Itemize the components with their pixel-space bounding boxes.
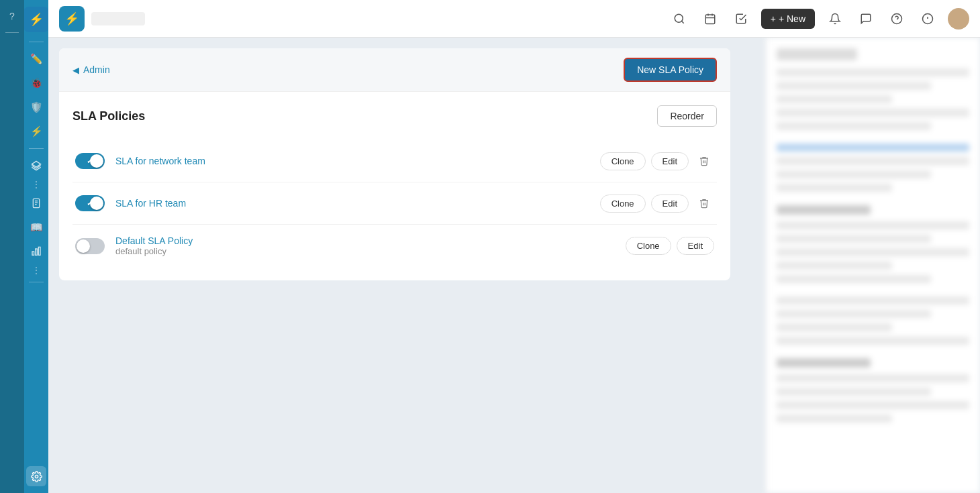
toggle-knob [77, 239, 90, 253]
right-panel [765, 38, 980, 493]
info-button[interactable] [917, 8, 938, 30]
top-header: ⚡ + + New [48, 0, 980, 38]
toggle-check-icon: ✓ [87, 199, 93, 208]
far-sidebar: ? [0, 0, 24, 493]
policy-2-edit-button[interactable]: Edit [651, 195, 689, 213]
new-sla-policy-button[interactable]: New SLA Policy [624, 58, 717, 82]
breadcrumb-parent[interactable]: Admin [83, 64, 110, 75]
sla-policy-item: Default SLA Policy default policy Clone … [72, 225, 717, 267]
breadcrumb: ◀ Admin [72, 64, 110, 75]
chat-button[interactable] [855, 8, 877, 30]
svg-line-10 [681, 21, 683, 23]
svg-rect-6 [36, 249, 38, 255]
sidebar-item-book[interactable]: 📖 [26, 217, 46, 237]
policy-3-edit-button[interactable]: Edit [677, 237, 714, 255]
sidebar-logo: ⚡ [23, 7, 49, 32]
calendar-button[interactable] [699, 8, 721, 30]
sidebar-divider-top [29, 42, 44, 42]
svg-point-8 [35, 475, 38, 478]
user-avatar[interactable] [948, 8, 969, 30]
sidebar-item-bug[interactable]: 🐞 [26, 73, 46, 93]
new-button-icon: + [771, 13, 776, 24]
page-card-body: SLA Policies Reorder ✓ SLA for network t… [59, 92, 730, 280]
sidebar-item-settings[interactable] [26, 466, 46, 486]
policy-3-subtitle: default policy [115, 246, 615, 256]
sidebar-dots-1[interactable]: ⋮ [32, 180, 40, 189]
help-button[interactable] [886, 8, 908, 30]
sidebar-divider-mid [29, 148, 44, 149]
svg-rect-11 [705, 15, 715, 24]
brand-name [91, 12, 145, 25]
policy-1-edit-button[interactable]: Edit [651, 152, 689, 170]
policy-3-name[interactable]: Default SLA Policy [115, 235, 615, 246]
sidebar-item-document[interactable] [26, 193, 46, 213]
notifications-button[interactable] [824, 8, 846, 30]
policy-1-actions: Clone Edit [600, 151, 714, 171]
policy-3-actions: Clone Edit [626, 237, 714, 255]
sidebar-dots-2[interactable]: ⋮ [32, 266, 40, 275]
search-button[interactable] [669, 8, 690, 30]
svg-rect-7 [38, 247, 40, 255]
policy-2-toggle[interactable]: ✓ [75, 195, 105, 211]
main-sidebar: ⚡ ✏️ 🐞 🛡️ ⚡ ⋮ 📖 ⋮ [24, 0, 48, 493]
sla-policy-item: ✓ SLA for HR team Clone Edit [72, 182, 717, 225]
page-card: ◀ Admin New SLA Policy SLA Policies Reor… [59, 48, 730, 280]
policy-1-toggle[interactable]: ✓ [75, 153, 105, 169]
page-title: SLA Policies [72, 109, 145, 123]
header-actions: + + New [669, 8, 969, 30]
policy-3-toggle[interactable] [75, 238, 105, 254]
header-logo-area: ⚡ [59, 6, 145, 32]
right-panel-title [777, 48, 857, 60]
sla-policy-list: ✓ SLA for network team Clone Edit [72, 140, 717, 267]
reorder-button[interactable]: Reorder [657, 105, 717, 127]
content-area: ◀ Admin New SLA Policy SLA Policies Reor… [48, 38, 980, 493]
policy-1-name[interactable]: SLA for network team [115, 156, 589, 166]
sidebar-item-shield[interactable]: 🛡️ [26, 97, 46, 117]
sidebar-item-chart[interactable] [26, 241, 46, 262]
sidebar-item-lightning[interactable]: ⚡ [26, 121, 46, 142]
far-help-icon[interactable]: ? [3, 7, 21, 25]
sla-policy-item: ✓ SLA for network team Clone Edit [72, 140, 717, 182]
policy-2-clone-button[interactable]: Clone [600, 195, 646, 213]
sidebar-item-layers[interactable] [26, 156, 46, 176]
main-content: ◀ Admin New SLA Policy SLA Policies Reor… [48, 38, 765, 493]
svg-point-9 [675, 14, 683, 22]
policy-1-delete-button[interactable] [694, 151, 714, 171]
sidebar-item-edit[interactable]: ✏️ [26, 49, 46, 69]
sidebar-divider-bot [29, 282, 44, 282]
policy-2-name[interactable]: SLA for HR team [115, 198, 589, 209]
section-header: SLA Policies Reorder [72, 105, 717, 127]
policy-1-clone-button[interactable]: Clone [600, 152, 646, 170]
toggle-check-icon: ✓ [87, 157, 93, 166]
tasks-button[interactable] [730, 8, 752, 30]
page-card-header: ◀ Admin New SLA Policy [59, 48, 730, 92]
policy-3-clone-button[interactable]: Clone [626, 237, 671, 255]
far-sidebar-divider-1 [5, 32, 19, 33]
policy-2-delete-button[interactable] [694, 193, 714, 213]
new-button-label: + New [779, 13, 805, 24]
new-button[interactable]: + + New [761, 9, 815, 29]
app-logo-icon: ⚡ [59, 6, 85, 32]
svg-rect-5 [32, 252, 34, 255]
policy-3-info: Default SLA Policy default policy [115, 235, 615, 256]
policy-2-actions: Clone Edit [600, 193, 714, 213]
breadcrumb-arrow-icon: ◀ [72, 65, 79, 75]
